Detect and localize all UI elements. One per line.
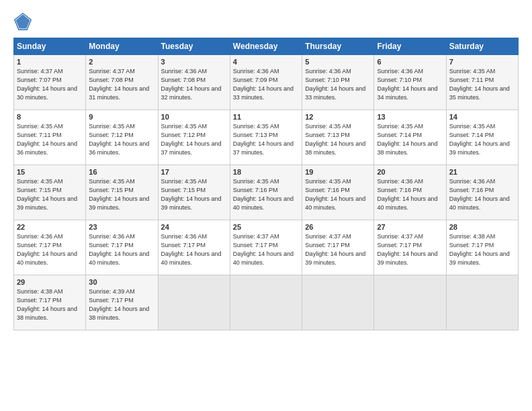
daylight-label: Daylight: 14 hours and 40 minutes. [89, 250, 149, 266]
header-day-thursday: Thursday [302, 38, 374, 55]
day-cell-7: 7 Sunrise: 4:35 AM Sunset: 7:11 PM Dayli… [446, 55, 518, 110]
empty-cell [158, 275, 230, 330]
day-cell-2: 2 Sunrise: 4:37 AM Sunset: 7:08 PM Dayli… [86, 55, 158, 110]
sunset-label: Sunset: 7:14 PM [377, 132, 422, 138]
header [13, 12, 519, 31]
day-number: 28 [449, 223, 515, 231]
day-info: Sunrise: 4:37 AM Sunset: 7:17 PM Dayligh… [233, 232, 299, 267]
sunset-label: Sunset: 7:17 PM [377, 242, 422, 248]
sunrise-label: Sunrise: 4:35 AM [161, 178, 208, 185]
day-cell-28: 28 Sunrise: 4:38 AM Sunset: 7:17 PM Dayl… [446, 220, 518, 275]
day-number: 14 [449, 113, 515, 121]
logo [13, 12, 35, 31]
day-info: Sunrise: 4:37 AM Sunset: 7:17 PM Dayligh… [305, 232, 371, 267]
sunrise-label: Sunrise: 4:35 AM [89, 178, 135, 185]
calendar-week-3: 15 Sunrise: 4:35 AM Sunset: 7:15 PM Dayl… [14, 165, 519, 220]
day-cell-16: 16 Sunrise: 4:35 AM Sunset: 7:15 PM Dayl… [86, 165, 158, 220]
page: SundayMondayTuesdayWednesdayThursdayFrid… [0, 0, 532, 411]
sunset-label: Sunset: 7:17 PM [89, 297, 134, 304]
day-info: Sunrise: 4:36 AM Sunset: 7:08 PM Dayligh… [161, 67, 227, 102]
calendar-week-1: 1 Sunrise: 4:37 AM Sunset: 7:07 PM Dayli… [14, 55, 519, 110]
sunrise-label: Sunrise: 4:36 AM [161, 233, 208, 240]
day-number: 7 [449, 58, 515, 66]
calendar-week-2: 8 Sunrise: 4:35 AM Sunset: 7:11 PM Dayli… [14, 110, 519, 165]
day-info: Sunrise: 4:35 AM Sunset: 7:15 PM Dayligh… [89, 177, 154, 212]
sunset-label: Sunset: 7:13 PM [305, 132, 350, 138]
daylight-label: Daylight: 14 hours and 32 minutes. [161, 85, 222, 101]
day-cell-4: 4 Sunrise: 4:36 AM Sunset: 7:09 PM Dayli… [230, 55, 302, 110]
day-cell-19: 19 Sunrise: 4:35 AM Sunset: 7:16 PM Dayl… [302, 165, 374, 220]
day-info: Sunrise: 4:35 AM Sunset: 7:15 PM Dayligh… [17, 177, 83, 212]
sunrise-label: Sunrise: 4:37 AM [89, 68, 135, 75]
sunrise-label: Sunrise: 4:35 AM [89, 123, 135, 130]
sunset-label: Sunset: 7:17 PM [17, 297, 62, 304]
sunset-label: Sunset: 7:17 PM [161, 242, 206, 248]
day-cell-26: 26 Sunrise: 4:37 AM Sunset: 7:17 PM Dayl… [302, 220, 374, 275]
day-cell-21: 21 Sunrise: 4:36 AM Sunset: 7:16 PM Dayl… [446, 165, 518, 220]
sunrise-label: Sunrise: 4:36 AM [377, 68, 423, 75]
empty-cell [446, 275, 518, 330]
daylight-label: Daylight: 14 hours and 40 minutes. [305, 195, 365, 211]
daylight-label: Daylight: 14 hours and 40 minutes. [449, 195, 510, 211]
day-cell-24: 24 Sunrise: 4:36 AM Sunset: 7:17 PM Dayl… [158, 220, 230, 275]
sunset-label: Sunset: 7:08 PM [161, 77, 206, 83]
day-info: Sunrise: 4:35 AM Sunset: 7:13 PM Dayligh… [305, 122, 371, 157]
sunset-label: Sunset: 7:11 PM [17, 132, 62, 138]
daylight-label: Daylight: 14 hours and 37 minutes. [233, 140, 294, 156]
header-day-monday: Monday [86, 38, 158, 55]
day-cell-9: 9 Sunrise: 4:35 AM Sunset: 7:12 PM Dayli… [86, 110, 158, 165]
sunrise-label: Sunrise: 4:39 AM [89, 288, 135, 295]
day-info: Sunrise: 4:38 AM Sunset: 7:17 PM Dayligh… [17, 287, 83, 322]
daylight-label: Daylight: 14 hours and 37 minutes. [161, 140, 222, 156]
day-number: 17 [161, 168, 227, 176]
daylight-label: Daylight: 14 hours and 39 minutes. [161, 195, 222, 211]
sunrise-label: Sunrise: 4:35 AM [305, 123, 351, 130]
day-number: 11 [233, 113, 299, 121]
sunrise-label: Sunrise: 4:36 AM [161, 68, 208, 75]
header-day-friday: Friday [374, 38, 446, 55]
sunrise-label: Sunrise: 4:35 AM [233, 178, 279, 185]
day-info: Sunrise: 4:37 AM Sunset: 7:08 PM Dayligh… [89, 67, 154, 102]
daylight-label: Daylight: 14 hours and 31 minutes. [89, 85, 149, 101]
day-cell-15: 15 Sunrise: 4:35 AM Sunset: 7:15 PM Dayl… [14, 165, 86, 220]
daylight-label: Daylight: 14 hours and 39 minutes. [89, 195, 149, 211]
day-cell-23: 23 Sunrise: 4:36 AM Sunset: 7:17 PM Dayl… [86, 220, 158, 275]
day-info: Sunrise: 4:35 AM Sunset: 7:13 PM Dayligh… [233, 122, 299, 157]
day-info: Sunrise: 4:36 AM Sunset: 7:09 PM Dayligh… [233, 67, 299, 102]
daylight-label: Daylight: 14 hours and 39 minutes. [377, 250, 437, 266]
sunset-label: Sunset: 7:12 PM [161, 132, 206, 138]
header-day-saturday: Saturday [446, 38, 518, 55]
daylight-label: Daylight: 14 hours and 39 minutes. [305, 250, 365, 266]
day-info: Sunrise: 4:35 AM Sunset: 7:16 PM Dayligh… [233, 177, 299, 212]
sunrise-label: Sunrise: 4:35 AM [161, 123, 208, 130]
day-cell-1: 1 Sunrise: 4:37 AM Sunset: 7:07 PM Dayli… [14, 55, 86, 110]
day-cell-5: 5 Sunrise: 4:36 AM Sunset: 7:10 PM Dayli… [302, 55, 374, 110]
sunrise-label: Sunrise: 4:36 AM [17, 233, 63, 240]
daylight-label: Daylight: 14 hours and 39 minutes. [449, 250, 510, 266]
day-info: Sunrise: 4:36 AM Sunset: 7:16 PM Dayligh… [449, 177, 515, 212]
sunset-label: Sunset: 7:17 PM [17, 242, 62, 248]
daylight-label: Daylight: 14 hours and 35 minutes. [449, 85, 510, 101]
day-number: 29 [17, 278, 83, 286]
sunrise-label: Sunrise: 4:37 AM [377, 233, 423, 240]
day-info: Sunrise: 4:35 AM Sunset: 7:14 PM Dayligh… [449, 122, 515, 157]
day-cell-22: 22 Sunrise: 4:36 AM Sunset: 7:17 PM Dayl… [14, 220, 86, 275]
sunset-label: Sunset: 7:15 PM [17, 187, 62, 193]
day-number: 22 [17, 223, 83, 231]
daylight-label: Daylight: 14 hours and 36 minutes. [89, 140, 149, 156]
daylight-label: Daylight: 14 hours and 40 minutes. [17, 250, 77, 266]
daylight-label: Daylight: 14 hours and 40 minutes. [377, 195, 437, 211]
day-info: Sunrise: 4:36 AM Sunset: 7:16 PM Dayligh… [377, 177, 443, 212]
day-info: Sunrise: 4:36 AM Sunset: 7:10 PM Dayligh… [377, 67, 443, 102]
day-info: Sunrise: 4:39 AM Sunset: 7:17 PM Dayligh… [89, 287, 154, 322]
day-number: 21 [449, 168, 515, 176]
day-cell-29: 29 Sunrise: 4:38 AM Sunset: 7:17 PM Dayl… [14, 275, 86, 330]
sunset-label: Sunset: 7:10 PM [377, 77, 422, 83]
day-cell-18: 18 Sunrise: 4:35 AM Sunset: 7:16 PM Dayl… [230, 165, 302, 220]
day-number: 13 [377, 113, 443, 121]
day-cell-17: 17 Sunrise: 4:35 AM Sunset: 7:15 PM Dayl… [158, 165, 230, 220]
sunset-label: Sunset: 7:07 PM [17, 77, 62, 83]
sunset-label: Sunset: 7:15 PM [89, 187, 134, 193]
sunset-label: Sunset: 7:16 PM [305, 187, 350, 193]
day-number: 10 [161, 113, 227, 121]
